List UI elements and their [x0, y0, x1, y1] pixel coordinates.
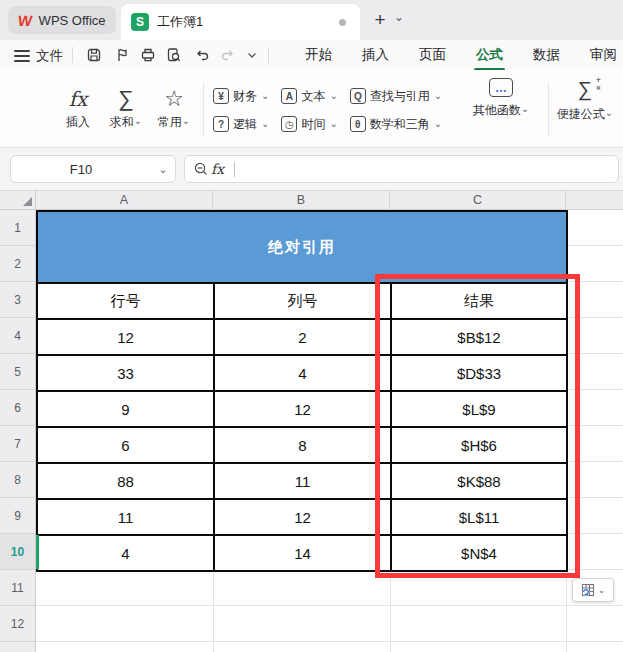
insert-function-button[interactable]: fx 插入	[54, 78, 102, 140]
formula-zoom-icon[interactable]	[193, 161, 209, 177]
row-header-1[interactable]: 1	[0, 210, 35, 246]
menu-tab-4[interactable]: 数据	[531, 42, 562, 68]
row-header-12[interactable]: 12	[0, 606, 35, 642]
insert-function-icon[interactable]: fx	[211, 161, 224, 177]
column-headers: ABC	[36, 190, 623, 210]
data-cell[interactable]: 6	[37, 427, 214, 463]
row-header-8[interactable]: 8	[0, 462, 35, 498]
select-all-corner[interactable]	[0, 190, 36, 210]
redo-button[interactable]	[218, 45, 238, 65]
column-header-B[interactable]: B	[213, 191, 390, 209]
fx-icon: fx	[69, 87, 88, 111]
ribbon: fx 插入 ∑ 求和 ☆ 常用 ¥财务A文本Q查找与引用 ?逻辑◷时间θ数学和三…	[0, 70, 623, 148]
row-headers: 123456789101112	[0, 210, 36, 652]
tab-list-chevron-icon[interactable]: ⌄	[394, 10, 404, 24]
header-cell-0[interactable]: 行号	[37, 283, 214, 319]
menu-tabs: 开始插入页面公式数据审阅	[303, 40, 619, 70]
print-icon	[140, 47, 156, 63]
highlight-red-box	[375, 274, 580, 578]
formula-input[interactable]: fx	[184, 155, 619, 183]
data-cell[interactable]: 4	[37, 535, 214, 571]
selected-row-indicator	[36, 535, 39, 569]
other-functions-button[interactable]: … 其他函数	[466, 78, 536, 119]
function-category-button-1[interactable]: A文本	[281, 87, 337, 105]
menu-tab-0[interactable]: 开始	[303, 42, 334, 68]
data-cell[interactable]: 9	[37, 391, 214, 427]
quick-formula-button[interactable]: ∑+× 便捷公式	[552, 78, 618, 123]
header-cell-1[interactable]: 列号	[214, 283, 391, 319]
save-button[interactable]	[84, 45, 104, 65]
row-header-5[interactable]: 5	[0, 354, 35, 390]
common-functions-button[interactable]: ☆ 常用	[150, 78, 198, 140]
row-header-3[interactable]: 3	[0, 282, 35, 318]
function-category-button-4[interactable]: ◷时间	[281, 115, 337, 133]
function-category-icon: θ	[350, 116, 366, 132]
data-cell[interactable]: 8	[214, 427, 391, 463]
menu-tab-1[interactable]: 插入	[360, 42, 391, 68]
export-button[interactable]	[112, 45, 132, 65]
chevron-down-icon	[434, 87, 442, 105]
row-header-10[interactable]: 10	[0, 534, 35, 570]
divider	[203, 82, 204, 136]
paste-options-button[interactable]: ⌄	[572, 578, 614, 602]
function-category-button-5[interactable]: θ数学和三角	[350, 115, 442, 133]
row-header-4[interactable]: 4	[0, 318, 35, 354]
data-cell[interactable]: 12	[214, 499, 391, 535]
data-cell[interactable]: 4	[214, 355, 391, 391]
data-cell[interactable]: 2	[214, 319, 391, 355]
data-cell[interactable]: 14	[214, 535, 391, 571]
formula-bar: F10 ⌄ fx	[0, 148, 623, 190]
unsaved-dot-icon[interactable]	[339, 19, 346, 26]
document-title: 工作簿1	[157, 13, 331, 31]
row-header-7[interactable]: 7	[0, 426, 35, 462]
chevron-down-icon	[434, 115, 442, 133]
paste-options-icon	[581, 583, 595, 597]
menu-tab-5[interactable]: 审阅	[588, 42, 619, 68]
titlebar: W WPS Office S 工作簿1 + ⌄	[0, 0, 623, 40]
column-header-A[interactable]: A	[36, 191, 213, 209]
print-preview-icon	[166, 47, 182, 63]
row-header-9[interactable]: 9	[0, 498, 35, 534]
export-icon	[114, 47, 130, 63]
row-header-6[interactable]: 6	[0, 390, 35, 426]
new-tab-button[interactable]: +	[368, 8, 392, 32]
function-category-button-2[interactable]: Q查找与引用	[350, 87, 442, 105]
row-header-2[interactable]: 2	[0, 246, 35, 282]
function-category-button-3[interactable]: ?逻辑	[213, 115, 269, 133]
autosum-button[interactable]: ∑ 求和	[102, 78, 150, 140]
data-cell[interactable]: 11	[214, 463, 391, 499]
data-cell[interactable]: 11	[37, 499, 214, 535]
print-button[interactable]	[138, 45, 158, 65]
row-header-11[interactable]: 11	[0, 570, 35, 606]
quick-toolbar-chevron-icon[interactable]	[242, 45, 262, 65]
name-box[interactable]: F10 ⌄	[10, 155, 176, 183]
redo-icon	[220, 47, 236, 63]
app-home-button[interactable]: W WPS Office	[8, 6, 116, 34]
data-cell[interactable]: 88	[37, 463, 214, 499]
file-menu[interactable]: 文件	[36, 47, 63, 65]
chevron-down-icon	[182, 115, 190, 129]
merged-title-cell[interactable]: 绝对引用	[37, 211, 567, 283]
menu-tab-3[interactable]: 公式	[474, 42, 505, 68]
chevron-down-icon	[261, 87, 269, 105]
function-category-button-0[interactable]: ¥财务	[213, 87, 269, 105]
data-cell[interactable]: 12	[37, 319, 214, 355]
chevron-down-icon	[521, 103, 529, 117]
data-cell[interactable]: 33	[37, 355, 214, 391]
function-category-row-1: ¥财务A文本Q查找与引用	[213, 85, 463, 107]
main-menu-hamburger-icon[interactable]	[14, 47, 30, 63]
print-preview-button[interactable]	[164, 45, 184, 65]
spreadsheet-file-icon: S	[131, 13, 149, 31]
undo-button[interactable]	[192, 45, 212, 65]
chevron-down-icon	[329, 87, 337, 105]
column-header-C[interactable]: C	[390, 191, 566, 209]
sigma-plus-icon: ∑+×	[578, 78, 592, 101]
menu-tab-2[interactable]: 页面	[417, 42, 448, 68]
data-cell[interactable]: 12	[214, 391, 391, 427]
chevron-down-icon[interactable]: ⌄	[151, 163, 175, 176]
text-cursor	[234, 162, 235, 177]
document-tab[interactable]: S 工作簿1	[121, 4, 360, 40]
wps-spreadsheet-window: W WPS Office S 工作簿1 + ⌄ 文件 开始插入页面公式数据审阅	[0, 0, 623, 652]
chevron-down-icon	[329, 115, 337, 133]
function-category-icon: ◷	[281, 116, 297, 132]
